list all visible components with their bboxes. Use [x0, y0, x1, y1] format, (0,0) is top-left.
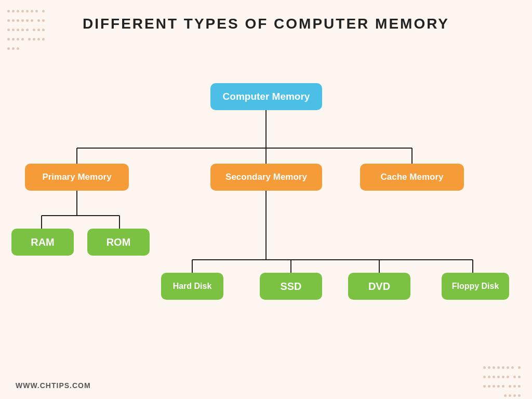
page-title: DIFFERENT TYPES OF COMPUTER MEMORY — [0, 0, 532, 33]
decorative-dots-topleft — [6, 6, 48, 32]
node-floppy-disk: Floppy Disk — [442, 273, 509, 300]
decorative-dots-bottomright — [480, 363, 522, 389]
node-secondary-memory: Secondary Memory — [210, 164, 322, 191]
page: DIFFERENT TYPES OF COMPUTER MEMORY — [0, 0, 532, 399]
node-dvd: DVD — [348, 273, 410, 300]
footer-url: WWW.CHTIPS.COM — [16, 381, 91, 390]
diagram: Computer Memory Primary Memory Secondary… — [0, 68, 532, 369]
node-computer-memory: Computer Memory — [210, 83, 322, 110]
node-hard-disk: Hard Disk — [161, 273, 223, 300]
node-cache-memory: Cache Memory — [360, 164, 464, 191]
node-ssd: SSD — [260, 273, 322, 300]
node-rom: ROM — [87, 229, 150, 256]
node-primary-memory: Primary Memory — [25, 164, 129, 191]
node-ram: RAM — [11, 229, 74, 256]
diagram-lines — [0, 68, 532, 369]
